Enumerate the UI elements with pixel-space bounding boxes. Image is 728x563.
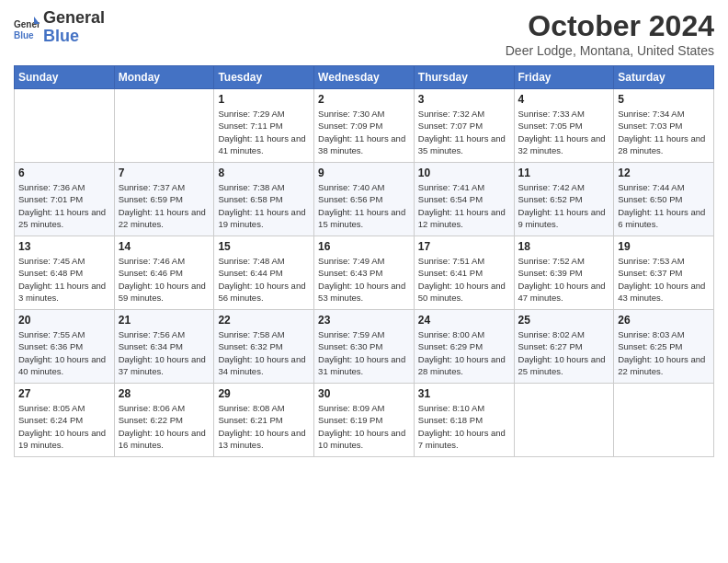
day-info: Sunrise: 7:44 AM Sunset: 6:50 PM Dayligh…	[618, 181, 710, 230]
calendar-cell: 1Sunrise: 7:29 AM Sunset: 7:11 PM Daylig…	[214, 89, 314, 163]
weekday-tuesday: Tuesday	[214, 66, 314, 89]
calendar-cell: 27Sunrise: 8:05 AM Sunset: 6:24 PM Dayli…	[15, 384, 115, 457]
week-row-0: 1Sunrise: 7:29 AM Sunset: 7:11 PM Daylig…	[15, 89, 714, 163]
weekday-friday: Friday	[514, 66, 614, 89]
calendar-cell: 10Sunrise: 7:41 AM Sunset: 6:54 PM Dayli…	[414, 163, 514, 236]
day-info: Sunrise: 7:34 AM Sunset: 7:03 PM Dayligh…	[618, 108, 710, 156]
day-number: 31	[418, 387, 510, 400]
calendar-cell: 18Sunrise: 7:52 AM Sunset: 6:39 PM Dayli…	[514, 236, 614, 310]
day-info: Sunrise: 7:48 AM Sunset: 6:44 PM Dayligh…	[218, 255, 310, 304]
calendar-cell: 29Sunrise: 8:08 AM Sunset: 6:21 PM Dayli…	[214, 384, 314, 457]
day-info: Sunrise: 7:56 AM Sunset: 6:34 PM Dayligh…	[119, 328, 210, 377]
calendar-cell: 23Sunrise: 7:59 AM Sunset: 6:30 PM Dayli…	[314, 310, 415, 384]
day-info: Sunrise: 8:06 AM Sunset: 6:22 PM Dayligh…	[119, 402, 210, 451]
day-number: 15	[218, 240, 310, 253]
calendar-cell	[514, 384, 614, 457]
day-info: Sunrise: 7:36 AM Sunset: 7:01 PM Dayligh…	[18, 181, 110, 230]
day-number: 19	[618, 240, 710, 253]
week-row-3: 20Sunrise: 7:55 AM Sunset: 6:36 PM Dayli…	[15, 310, 714, 384]
calendar-cell: 19Sunrise: 7:53 AM Sunset: 6:37 PM Dayli…	[614, 236, 714, 310]
day-info: Sunrise: 7:58 AM Sunset: 6:32 PM Dayligh…	[218, 328, 310, 377]
calendar-body: 1Sunrise: 7:29 AM Sunset: 7:11 PM Daylig…	[15, 89, 714, 457]
day-number: 4	[518, 93, 610, 106]
page-header: General Blue General Blue October 2024 D…	[14, 9, 714, 58]
day-number: 2	[318, 93, 410, 106]
day-info: Sunrise: 7:59 AM Sunset: 6:30 PM Dayligh…	[318, 328, 410, 377]
day-info: Sunrise: 7:49 AM Sunset: 6:43 PM Dayligh…	[318, 255, 410, 304]
calendar-cell: 28Sunrise: 8:06 AM Sunset: 6:22 PM Dayli…	[114, 384, 214, 457]
calendar-cell: 11Sunrise: 7:42 AM Sunset: 6:52 PM Dayli…	[514, 163, 614, 236]
calendar-cell: 26Sunrise: 8:03 AM Sunset: 6:25 PM Dayli…	[614, 310, 714, 384]
calendar-cell: 9Sunrise: 7:40 AM Sunset: 6:56 PM Daylig…	[314, 163, 415, 236]
day-info: Sunrise: 8:10 AM Sunset: 6:18 PM Dayligh…	[418, 402, 510, 451]
location: Deer Lodge, Montana, United States	[506, 43, 714, 58]
calendar-cell	[114, 89, 214, 163]
day-number: 30	[318, 387, 410, 400]
day-number: 13	[18, 240, 110, 253]
day-info: Sunrise: 8:09 AM Sunset: 6:19 PM Dayligh…	[318, 402, 410, 451]
weekday-header-row: SundayMondayTuesdayWednesdayThursdayFrid…	[15, 66, 714, 89]
weekday-thursday: Thursday	[414, 66, 514, 89]
day-info: Sunrise: 8:05 AM Sunset: 6:24 PM Dayligh…	[18, 402, 110, 451]
day-info: Sunrise: 7:40 AM Sunset: 6:56 PM Dayligh…	[318, 181, 410, 230]
logo-icon: General Blue	[14, 15, 40, 40]
calendar-cell: 16Sunrise: 7:49 AM Sunset: 6:43 PM Dayli…	[314, 236, 415, 310]
day-number: 12	[618, 167, 710, 179]
weekday-wednesday: Wednesday	[314, 66, 415, 89]
week-row-2: 13Sunrise: 7:45 AM Sunset: 6:48 PM Dayli…	[15, 236, 714, 310]
day-info: Sunrise: 7:38 AM Sunset: 6:58 PM Dayligh…	[218, 181, 310, 230]
calendar-cell: 20Sunrise: 7:55 AM Sunset: 6:36 PM Dayli…	[15, 310, 115, 384]
day-info: Sunrise: 7:51 AM Sunset: 6:41 PM Dayligh…	[418, 255, 510, 304]
day-info: Sunrise: 8:00 AM Sunset: 6:29 PM Dayligh…	[418, 328, 510, 377]
day-info: Sunrise: 7:42 AM Sunset: 6:52 PM Dayligh…	[518, 181, 610, 230]
day-info: Sunrise: 7:29 AM Sunset: 7:11 PM Dayligh…	[218, 108, 310, 156]
day-number: 25	[518, 314, 610, 327]
day-number: 1	[218, 93, 310, 106]
day-info: Sunrise: 7:46 AM Sunset: 6:46 PM Dayligh…	[119, 255, 210, 304]
svg-text:Blue: Blue	[14, 30, 34, 40]
week-row-1: 6Sunrise: 7:36 AM Sunset: 7:01 PM Daylig…	[15, 163, 714, 236]
day-number: 3	[418, 93, 510, 106]
day-info: Sunrise: 7:32 AM Sunset: 7:07 PM Dayligh…	[418, 108, 510, 156]
day-info: Sunrise: 7:37 AM Sunset: 6:59 PM Dayligh…	[119, 181, 210, 230]
calendar-cell: 24Sunrise: 8:00 AM Sunset: 6:29 PM Dayli…	[414, 310, 514, 384]
day-info: Sunrise: 7:55 AM Sunset: 6:36 PM Dayligh…	[18, 328, 110, 377]
day-number: 18	[518, 240, 610, 253]
day-number: 26	[618, 314, 710, 327]
calendar-cell: 4Sunrise: 7:33 AM Sunset: 7:05 PM Daylig…	[514, 89, 614, 163]
day-number: 6	[18, 167, 110, 179]
calendar-cell: 12Sunrise: 7:44 AM Sunset: 6:50 PM Dayli…	[614, 163, 714, 236]
calendar-cell: 5Sunrise: 7:34 AM Sunset: 7:03 PM Daylig…	[614, 89, 714, 163]
day-number: 23	[318, 314, 410, 327]
calendar-cell: 30Sunrise: 8:09 AM Sunset: 6:19 PM Dayli…	[314, 384, 415, 457]
calendar-table: SundayMondayTuesdayWednesdayThursdayFrid…	[14, 65, 714, 457]
day-number: 22	[218, 314, 310, 327]
day-info: Sunrise: 7:45 AM Sunset: 6:48 PM Dayligh…	[18, 255, 110, 304]
calendar-cell: 15Sunrise: 7:48 AM Sunset: 6:44 PM Dayli…	[214, 236, 314, 310]
day-info: Sunrise: 8:08 AM Sunset: 6:21 PM Dayligh…	[218, 402, 310, 451]
day-info: Sunrise: 7:53 AM Sunset: 6:37 PM Dayligh…	[618, 255, 710, 304]
day-number: 16	[318, 240, 410, 253]
calendar-cell: 25Sunrise: 8:02 AM Sunset: 6:27 PM Dayli…	[514, 310, 614, 384]
day-number: 14	[119, 240, 210, 253]
day-info: Sunrise: 8:02 AM Sunset: 6:27 PM Dayligh…	[518, 328, 610, 377]
day-info: Sunrise: 7:41 AM Sunset: 6:54 PM Dayligh…	[418, 181, 510, 230]
calendar-cell: 3Sunrise: 7:32 AM Sunset: 7:07 PM Daylig…	[414, 89, 514, 163]
day-number: 7	[119, 167, 210, 179]
month-year: October 2024	[506, 9, 714, 43]
calendar-cell: 7Sunrise: 7:37 AM Sunset: 6:59 PM Daylig…	[114, 163, 214, 236]
calendar-cell: 17Sunrise: 7:51 AM Sunset: 6:41 PM Dayli…	[414, 236, 514, 310]
week-row-4: 27Sunrise: 8:05 AM Sunset: 6:24 PM Dayli…	[15, 384, 714, 457]
day-number: 21	[119, 314, 210, 327]
calendar-cell: 8Sunrise: 7:38 AM Sunset: 6:58 PM Daylig…	[214, 163, 314, 236]
weekday-monday: Monday	[114, 66, 214, 89]
day-number: 27	[18, 387, 110, 400]
day-number: 11	[518, 167, 610, 179]
calendar-cell: 2Sunrise: 7:30 AM Sunset: 7:09 PM Daylig…	[314, 89, 415, 163]
calendar-cell: 21Sunrise: 7:56 AM Sunset: 6:34 PM Dayli…	[114, 310, 214, 384]
day-number: 9	[318, 167, 410, 179]
calendar-cell	[614, 384, 714, 457]
calendar-cell: 13Sunrise: 7:45 AM Sunset: 6:48 PM Dayli…	[15, 236, 115, 310]
day-number: 8	[218, 167, 310, 179]
logo: General Blue General Blue	[14, 9, 105, 46]
